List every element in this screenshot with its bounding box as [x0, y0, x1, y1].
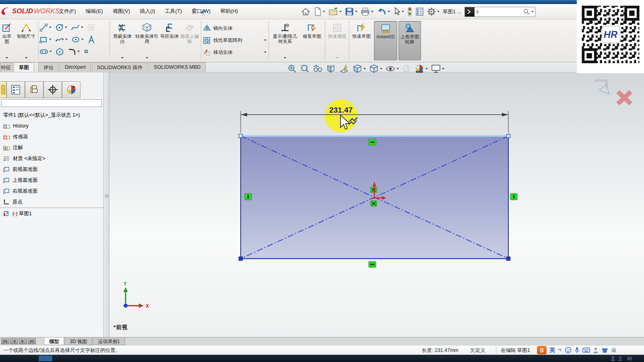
ime-sogou-icon[interactable]: S: [537, 346, 547, 354]
view-orientation-caret[interactable]: [363, 68, 366, 70]
menu-tools[interactable]: 工具(T): [161, 6, 186, 17]
graphics-area[interactable]: 231.47: [0, 72, 644, 337]
rapid-sketch-button[interactable]: 快速草图: [351, 21, 372, 60]
shaded-contours-button[interactable]: 上色草图轮廓: [398, 21, 421, 60]
smart-dimension-button[interactable]: 智能尺寸: [15, 21, 37, 60]
vertex-handle-top-left[interactable]: [239, 134, 243, 138]
3d-views-tab[interactable]: 3D 视图: [64, 337, 92, 345]
tab-dimxpert[interactable]: DimXpert: [60, 62, 91, 72]
ime-profile-icon[interactable]: [593, 347, 599, 354]
convert-entities-caret[interactable]: [146, 57, 148, 59]
polygon-tool-icon[interactable]: [56, 47, 64, 56]
display-relations-caret[interactable]: [284, 57, 286, 59]
section-view-icon[interactable]: [326, 64, 336, 74]
settings-caret[interactable]: [437, 11, 440, 12]
fillet-tool-button[interactable]: [68, 47, 80, 56]
move-entities-caret[interactable]: [264, 51, 266, 53]
tab-mbd[interactable]: SOLIDWORKS MBD: [149, 62, 206, 72]
quick-snaps-caret[interactable]: [336, 57, 339, 59]
undo-caret[interactable]: [388, 11, 390, 12]
mirror-entities-button[interactable]: 镜向实体: [203, 23, 266, 33]
text-tool-icon[interactable]: [87, 35, 95, 44]
smart-dimension-caret[interactable]: [25, 57, 27, 59]
freeform-tool-caret[interactable]: [65, 39, 68, 40]
ellipse-tool-caret[interactable]: [81, 39, 84, 40]
tree-item-sketch1[interactable]: (-) 草图1: [3, 210, 32, 218]
rectangle-tool-button[interactable]: [39, 35, 52, 44]
tab-sketch[interactable]: 草图: [14, 62, 34, 72]
quick-snaps-button[interactable]: 快速捕捉: [327, 21, 348, 60]
tree-filter-box[interactable]: [1, 99, 102, 107]
ime-punctuation-icon[interactable]: [558, 348, 562, 353]
open-doc-button[interactable]: [328, 7, 342, 16]
tree-rollback-bar[interactable]: [0, 208, 104, 208]
freeform-tool-button[interactable]: [55, 35, 68, 44]
instant2d-button[interactable]: Instant2D: [374, 21, 397, 60]
tree-item-origin[interactable]: 原点: [3, 198, 23, 206]
apply-scene-button[interactable]: [414, 64, 428, 74]
line-tool-button[interactable]: [39, 23, 52, 32]
ime-skin-icon[interactable]: [601, 347, 608, 354]
tree-item-right-plane[interactable]: 右视基准面: [3, 187, 38, 195]
relation-badge-horizontal-top[interactable]: [369, 139, 376, 145]
line-tool-caret[interactable]: [49, 27, 52, 28]
relation-badge-horizontal-bottom[interactable]: [369, 261, 376, 267]
circle-tool-button[interactable]: [55, 23, 67, 32]
vertex-handle-bottom-left[interactable]: [239, 257, 243, 261]
prev-tab-button[interactable]: [10, 338, 18, 344]
undo-button[interactable]: [377, 7, 390, 16]
ime-voice-icon[interactable]: [574, 347, 580, 354]
3d-drawing-view-icon[interactable]: [339, 64, 349, 74]
tree-item-annotations[interactable]: 注解: [3, 144, 23, 152]
exit-sketch-button[interactable]: 出草图: [0, 21, 14, 60]
offset-entities-button[interactable]: 等距实体: [160, 21, 179, 60]
hide-show-caret[interactable]: [396, 68, 399, 70]
print-button[interactable]: [361, 7, 374, 16]
new-doc-button[interactable]: [314, 7, 325, 16]
panel-tab-featuremanager[interactable]: [0, 81, 6, 98]
zoom-fit-icon[interactable]: [287, 64, 297, 74]
menu-edit[interactable]: 编辑(E): [82, 6, 107, 17]
new-doc-caret[interactable]: [323, 11, 325, 12]
model-tab[interactable]: 模型: [44, 337, 64, 345]
panel-tab-configurationmanager[interactable]: [25, 81, 43, 98]
vertex-handle-bottom-right[interactable]: [507, 257, 510, 261]
menu-view[interactable]: 视图(V): [109, 6, 134, 17]
search-input[interactable]: [476, 9, 522, 14]
search-scope-button[interactable]: [465, 7, 475, 16]
spline-tool-caret[interactable]: [81, 27, 83, 28]
tree-item-material[interactable]: 材质 <未指定>: [3, 154, 45, 162]
view-settings-button[interactable]: [431, 64, 444, 74]
menu-insert[interactable]: 插入(I): [136, 6, 159, 17]
tree-item-front-plane[interactable]: 前视基准面: [3, 165, 38, 173]
save-caret[interactable]: [355, 11, 357, 12]
repair-sketch-button[interactable]: 修复草图: [301, 21, 323, 60]
tab-addins[interactable]: SOLIDWORKS 插件: [92, 62, 148, 72]
ellipse-tool-button[interactable]: [71, 35, 84, 44]
panel-tab-displaymanager[interactable]: [62, 81, 80, 98]
select-caret[interactable]: [402, 11, 404, 12]
active-doc-label[interactable]: 草图1 ...: [443, 8, 461, 15]
exit-sketch-caret[interactable]: [6, 57, 8, 59]
convert-entities-button[interactable]: 转换实体引用: [134, 21, 159, 60]
circle-tool-caret[interactable]: [65, 27, 67, 28]
linear-pattern-caret[interactable]: [264, 39, 266, 41]
options-list-icon[interactable]: [415, 7, 424, 16]
settings-button[interactable]: [427, 7, 440, 16]
tab-evaluate[interactable]: 评估: [38, 62, 59, 72]
next-tab-button[interactable]: [19, 338, 27, 344]
tab-features[interactable]: 特征: [0, 62, 13, 72]
pin-menu-icon[interactable]: [200, 8, 207, 15]
edit-appearance-icon[interactable]: [402, 64, 411, 74]
tree-item-sensors[interactable]: 传感器: [3, 133, 28, 141]
apply-scene-caret[interactable]: [425, 68, 428, 70]
display-style-caret[interactable]: [380, 68, 382, 70]
ime-language-toggle[interactable]: 英: [549, 347, 555, 354]
view-orientation-button[interactable]: [352, 64, 366, 74]
linear-pattern-button[interactable]: 线性草图阵列: [203, 35, 266, 45]
surface-offset-button[interactable]: 曲面上偏移: [180, 21, 200, 60]
view-settings-caret[interactable]: [442, 68, 444, 70]
tree-root-item[interactable]: 零件1 (默认<<默认>_显示状态 1>): [3, 111, 80, 119]
select-button[interactable]: [393, 7, 404, 16]
relation-badge-coincident-lower[interactable]: [371, 201, 377, 206]
